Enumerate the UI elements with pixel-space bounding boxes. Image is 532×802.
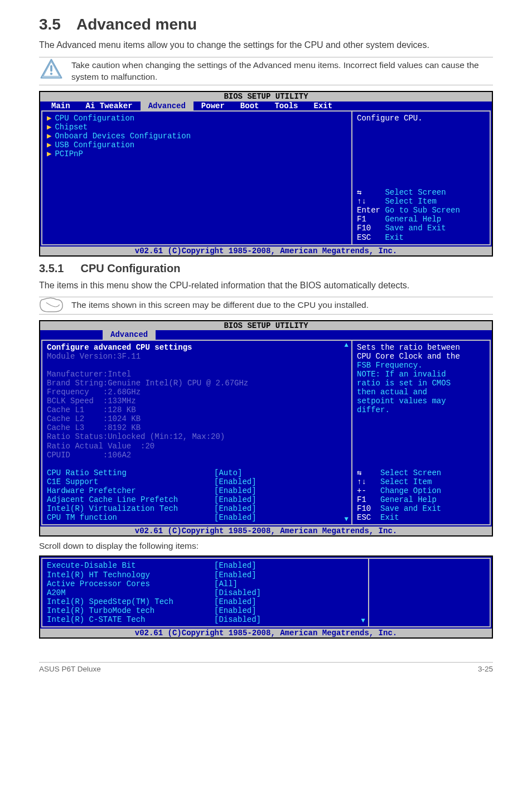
bios-help-text: Sets the ratio betweenCPU Core Clock and… xyxy=(357,343,485,415)
svg-point-1 xyxy=(50,73,52,75)
bios-title: BIOS SETUP UTILITY xyxy=(40,321,492,330)
key-hint: F1 General Help xyxy=(357,215,485,224)
setting-row[interactable]: Execute-Disable Bit[Enabled] xyxy=(47,561,354,570)
tab-main[interactable]: Main xyxy=(43,102,78,110)
settings-heading: Configure advanced CPU settings xyxy=(47,343,337,352)
bios-right-pane xyxy=(368,559,490,626)
key-hint: F10 Save and Exit xyxy=(357,504,485,513)
subsection-number: 3.5.1 xyxy=(39,262,64,274)
info-line: Cache L1 :128 KB xyxy=(47,405,337,414)
setting-row[interactable]: Adjacent Cache Line Prefetch[Enabled] xyxy=(47,495,337,504)
bios-title: BIOS SETUP UTILITY xyxy=(40,92,492,101)
section-title: Advanced menu xyxy=(76,16,197,33)
tab-boot[interactable]: Boot xyxy=(233,102,267,110)
scroll-up-icon[interactable]: ▲ xyxy=(344,342,348,350)
bios-left-pane: ▶CPU Configuration▶Chipset▶Onboard Devic… xyxy=(42,112,351,244)
caution-icon xyxy=(39,57,64,82)
bios-footer: v02.61 (C)Copyright 1985-2008, American … xyxy=(40,526,492,535)
subsection-title: CPU Configuration xyxy=(80,262,180,274)
scrollbar[interactable]: ▲ ▼ xyxy=(358,559,368,626)
bios-left-pane: Execute-Disable Bit[Enabled]Intel(R) HT … xyxy=(42,559,358,626)
footer-left: ASUS P6T Deluxe xyxy=(39,665,101,673)
setting-row[interactable]: Intel(R) SpeedStep(TM) Tech[Enabled] xyxy=(47,597,354,606)
caution-note: Take caution when changing the settings … xyxy=(39,57,493,86)
info-text: The items shown in this screen may be di… xyxy=(71,297,493,313)
scrollbar[interactable]: ▲ ▼ xyxy=(341,341,351,525)
key-hint: ⇆ Select Screen xyxy=(357,188,485,197)
setting-row[interactable]: CPU TM function[Enabled] xyxy=(47,513,337,522)
menu-item[interactable]: ▶PCIPnP xyxy=(47,149,347,158)
subsection-intro: The items in this menu show the CPU-rela… xyxy=(39,279,493,292)
setting-row[interactable]: Hardware Prefetcher[Enabled] xyxy=(47,486,337,495)
bios-footer: v02.61 (C)Copyright 1985-2008, American … xyxy=(40,629,492,637)
info-icon xyxy=(39,297,64,314)
bios-left-pane: Configure advanced CPU settingsModule Ve… xyxy=(42,341,341,525)
bios-help-text: Configure CPU. xyxy=(357,114,485,123)
menu-item[interactable]: ▶CPU Configuration xyxy=(47,114,347,123)
info-line: Cache L2 :1024 KB xyxy=(47,414,337,423)
bios-tabs: Advanced xyxy=(40,330,492,339)
bios-tabs: MainAi TweakerAdvancedPowerBootToolsExit xyxy=(40,102,492,110)
tab-power[interactable]: Power xyxy=(194,102,233,110)
scroll-down-icon[interactable]: ▼ xyxy=(344,516,348,524)
info-line: Module Version:3F.11 xyxy=(47,352,337,361)
bios-panel-cpu-config: BIOS SETUP UTILITY Advanced Configure ad… xyxy=(39,320,493,537)
help-line: then actual and xyxy=(357,388,485,397)
menu-item[interactable]: ▶Chipset xyxy=(47,123,347,132)
tab-ai-tweaker[interactable]: Ai Tweaker xyxy=(78,102,141,110)
key-hint: Enter Go to Sub Screen xyxy=(357,206,485,215)
key-hint: ⇆ Select Screen xyxy=(357,468,485,477)
info-line: BCLK Speed :133MHz xyxy=(47,397,337,405)
info-line: Cache L3 :8192 KB xyxy=(47,423,337,432)
setting-row[interactable]: Intel(R) HT Technology[Enabled] xyxy=(47,571,354,579)
info-line: Ratio Status:Unlocked (Min:12, Max:20) xyxy=(47,432,337,441)
key-hint: ESC Exit xyxy=(357,233,485,242)
bios-right-pane: Configure CPU. ⇆ Select Screen↑↓ Select … xyxy=(351,112,490,244)
bios-key-help: ⇆ Select Screen↑↓ Select ItemEnter Go to… xyxy=(357,188,485,242)
info-line: Ratio Actual Value :20 xyxy=(47,442,337,451)
info-line: Frequency :2.68GHz xyxy=(47,388,337,397)
svg-rect-0 xyxy=(50,65,52,71)
help-line: FSB Frequency. xyxy=(357,361,485,370)
tab-advanced[interactable]: Advanced xyxy=(141,102,194,110)
setting-row[interactable]: CPU Ratio Setting[Auto] xyxy=(47,468,337,477)
setting-row[interactable]: A20M[Disabled] xyxy=(47,588,354,597)
section-number: 3.5 xyxy=(39,16,61,33)
help-line: NOTE: If an invalid xyxy=(357,370,485,379)
subsection-heading: 3.5.1CPU Configuration xyxy=(39,262,493,275)
info-note: The items shown in this screen may be di… xyxy=(39,297,493,315)
key-hint: ↑↓ Select Item xyxy=(357,477,485,486)
menu-item[interactable]: ▶USB Configuration xyxy=(47,141,347,149)
info-line: Manufacturer:Intel xyxy=(47,370,337,379)
setting-row[interactable]: Intel(R) TurboMode tech[Enabled] xyxy=(47,606,354,615)
bios-footer: v02.61 (C)Copyright 1985-2008, American … xyxy=(40,247,492,255)
help-line: setpoint values may xyxy=(357,397,485,405)
key-hint: ↑↓ Select Item xyxy=(357,197,485,206)
bios-key-help: ⇆ Select Screen↑↓ Select Item+- Change O… xyxy=(357,468,485,523)
setting-row[interactable]: Active Processor Cores[All] xyxy=(47,579,354,588)
tab-advanced[interactable]: Advanced xyxy=(103,330,156,339)
key-hint: +- Change Option xyxy=(357,486,485,495)
menu-item[interactable]: ▶Onboard Devices Configuration xyxy=(47,132,347,141)
footer-right: 3-25 xyxy=(478,665,493,673)
info-line xyxy=(47,361,337,370)
scroll-instruction: Scroll down to display the following ite… xyxy=(39,541,493,551)
bios-panel-cpu-config-scrolled: Execute-Disable Bit[Enabled]Intel(R) HT … xyxy=(39,555,493,639)
tab-tools[interactable]: Tools xyxy=(267,102,306,110)
intro-paragraph: The Advanced menu items allow you to cha… xyxy=(39,39,493,51)
help-line: differ. xyxy=(357,405,485,414)
help-line: Sets the ratio between xyxy=(357,343,485,352)
help-line: CPU Core Clock and the xyxy=(357,352,485,361)
tab-exit[interactable]: Exit xyxy=(306,102,340,110)
caution-text: Take caution when changing the settings … xyxy=(71,57,493,85)
setting-row[interactable]: Intel(R) C-STATE Tech[Disabled] xyxy=(47,615,354,624)
bios-right-pane: Sets the ratio betweenCPU Core Clock and… xyxy=(351,341,490,525)
key-hint: F10 Save and Exit xyxy=(357,224,485,233)
scroll-down-icon[interactable]: ▼ xyxy=(361,617,365,625)
page-footer: ASUS P6T Deluxe 3-25 xyxy=(39,662,493,673)
setting-row[interactable]: Intel(R) Virtualization Tech[Enabled] xyxy=(47,504,337,513)
page-title: 3.5Advanced menu xyxy=(39,16,493,33)
info-line: CPUID :106A2 xyxy=(47,451,337,460)
setting-row[interactable]: C1E Support[Enabled] xyxy=(47,477,337,486)
key-hint: F1 General Help xyxy=(357,495,485,504)
